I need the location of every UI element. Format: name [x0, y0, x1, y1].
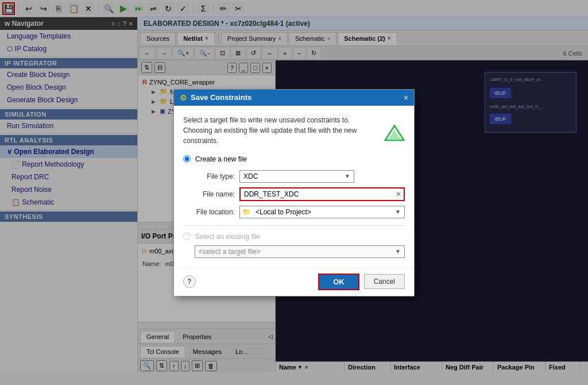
existing-file-dropdown-icon[interactable]: ▼ — [392, 247, 404, 256]
dialog-title-bar: ⚙ Save Constraints × — [174, 90, 414, 106]
file-type-input[interactable] — [240, 171, 341, 182]
existing-file-combo[interactable]: ▼ — [195, 245, 405, 258]
file-type-dropdown-icon[interactable]: ▼ — [341, 171, 354, 181]
file-location-input[interactable] — [253, 206, 392, 218]
file-name-label: File name: — [183, 190, 235, 198]
file-type-combo[interactable]: ▼ — [239, 170, 354, 183]
file-type-label: File type: — [183, 172, 235, 180]
radio-existing-file-row: Select an existing file — [183, 233, 405, 241]
file-location-dropdown-icon[interactable]: ▼ — [392, 207, 404, 217]
dialog-description: Select a target file to write new unsave… — [183, 115, 378, 146]
dialog-footer: ? OK Cancel — [174, 267, 414, 296]
select-existing-radio[interactable] — [183, 233, 191, 240]
dialog-desc-row: Select a target file to write new unsave… — [183, 115, 405, 155]
cancel-button[interactable]: Cancel — [364, 274, 405, 289]
existing-file-wrapper: ▼ — [195, 245, 405, 258]
dialog-divider — [183, 225, 405, 226]
ok-button[interactable]: OK — [318, 274, 359, 290]
dialog-close-button[interactable]: × — [404, 93, 408, 102]
file-location-label: File location: — [183, 208, 235, 216]
dialog-help-button[interactable]: ? — [183, 275, 196, 288]
dialog-title-label: Save Constraints — [191, 93, 252, 102]
dialog-body: Select a target file to write new unsave… — [174, 106, 414, 267]
file-name-clear-button[interactable]: ✕ — [393, 189, 404, 199]
file-name-input-wrapper: ✕ — [239, 187, 405, 201]
existing-file-input[interactable] — [195, 246, 392, 257]
select-existing-label[interactable]: Select an existing file — [195, 233, 260, 241]
create-new-radio[interactable] — [183, 155, 191, 163]
file-name-row: File name: ✕ — [183, 187, 405, 201]
file-name-input[interactable] — [241, 188, 393, 200]
vivado-logo — [384, 115, 405, 155]
file-type-row: File type: ▼ — [183, 170, 405, 183]
file-location-row: File location: 📁 ▼ — [183, 206, 405, 218]
create-new-label[interactable]: Create a new file — [195, 155, 247, 163]
dialog-overlay: ⚙ Save Constraints × Select a target fil… — [0, 0, 588, 385]
save-constraints-dialog: ⚙ Save Constraints × Select a target fil… — [173, 89, 415, 297]
radio-new-file-row: Create a new file — [183, 155, 405, 163]
file-location-folder-icon: 📁 — [240, 206, 253, 218]
file-location-combo[interactable]: 📁 ▼ — [239, 206, 405, 218]
dialog-title-area: ⚙ Save Constraints — [180, 93, 252, 102]
dialog-title-icon: ⚙ — [180, 93, 187, 102]
